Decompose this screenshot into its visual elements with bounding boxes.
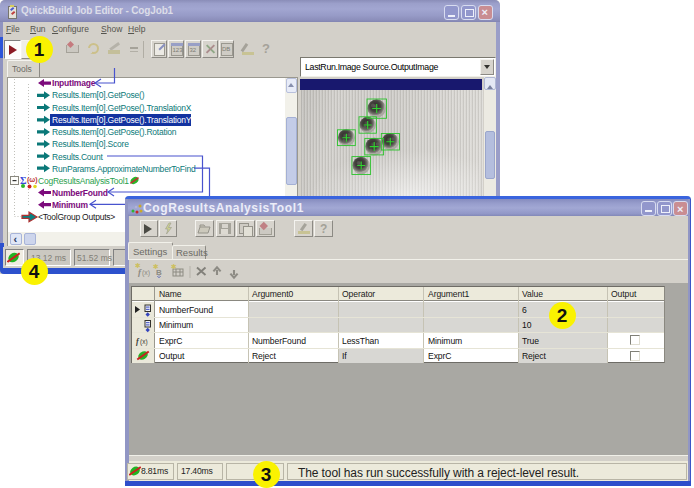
svg-text:✱: ✱: [171, 263, 177, 270]
svg-text:(ω): (ω): [27, 176, 38, 184]
svg-text:Σ: Σ: [20, 175, 27, 186]
svg-text:(x): (x): [142, 269, 150, 277]
svg-text:✱: ✱: [153, 263, 159, 270]
svg-text:✱: ✱: [135, 262, 141, 269]
svg-text:(x): (x): [140, 337, 148, 345]
